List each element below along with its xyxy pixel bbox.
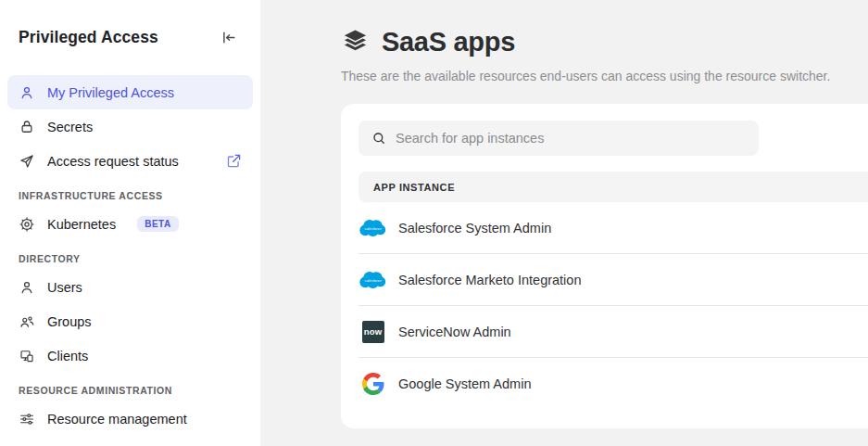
sidebar-item-resource-management[interactable]: Resource management	[7, 401, 253, 436]
sidebar-item-label: Users	[47, 280, 82, 295]
table-row[interactable]: salesforce Salesforce System Admin	[359, 202, 868, 254]
sidebar-item-secrets[interactable]: Secrets	[7, 109, 253, 144]
app-instances-card: APP INSTANCE salesforce Salesforce Syste…	[341, 104, 868, 428]
section-directory: DIRECTORY	[7, 241, 253, 270]
sidebar-item-clients[interactable]: Clients	[7, 338, 253, 373]
sidebar-item-label: Clients	[47, 349, 88, 363]
page-title-row: SaaS apps	[341, 24, 868, 59]
table-row[interactable]: now ServiceNow Admin	[359, 306, 868, 358]
section-infrastructure-access: INFRASTRUCTURE ACCESS	[7, 178, 253, 207]
sidebar-item-label: Access request status	[47, 154, 179, 169]
gear-icon	[19, 216, 35, 233]
salesforce-logo-icon: salesforce	[359, 270, 387, 290]
devices-icon	[19, 348, 35, 364]
sidebar-item-access-request-status[interactable]: Access request status	[7, 144, 253, 178]
group-icon	[19, 313, 35, 330]
page-title: SaaS apps	[382, 27, 515, 57]
sidebar-item-groups[interactable]: Groups	[7, 304, 253, 338]
search-box[interactable]	[359, 121, 759, 156]
sidebar-item-label: Secrets	[47, 120, 93, 134]
sidebar-item-label: My Privileged Access	[47, 85, 174, 100]
collapse-sidebar-button[interactable]	[220, 30, 236, 45]
svg-text:salesforce: salesforce	[364, 278, 382, 283]
table-row[interactable]: Google System Admin	[359, 358, 868, 410]
table-header-app-instance: APP INSTANCE	[359, 172, 868, 202]
google-logo-icon	[359, 373, 387, 395]
app-instance-list: salesforce Salesforce System Admin sales…	[359, 202, 868, 410]
lock-icon	[19, 119, 35, 135]
sidebar-item-label: Resource management	[47, 412, 187, 427]
sidebar-item-users[interactable]: Users	[7, 270, 253, 304]
sidebar-header: Privileged Access	[0, 0, 260, 47]
user-icon	[19, 84, 35, 101]
main-content: SaaS apps These are the available resour…	[260, 0, 868, 446]
table-row[interactable]: salesforce Salesforce Marketo Integratio…	[359, 254, 868, 306]
layers-icon	[341, 28, 370, 57]
sliders-icon	[19, 411, 35, 427]
search-input[interactable]	[396, 131, 746, 146]
user-icon	[19, 279, 35, 296]
app-instance-label: Google System Admin	[398, 376, 531, 391]
collapse-left-icon	[220, 30, 236, 45]
sidebar: Privileged Access My Privileged Access S…	[0, 0, 260, 446]
beta-badge: BETA	[137, 216, 178, 232]
section-resource-administration: RESOURCE ADMINISTRATION	[7, 373, 253, 401]
app-instance-label: Salesforce System Admin	[398, 221, 551, 236]
external-link-icon[interactable]	[226, 153, 242, 169]
sidebar-item-kubernetes[interactable]: Kubernetes BETA	[7, 207, 253, 241]
send-icon	[19, 153, 35, 170]
servicenow-logo-icon: now	[359, 321, 387, 343]
page-subtitle: These are the available resources end-us…	[341, 69, 868, 83]
search-icon	[371, 131, 386, 146]
sidebar-item-my-privileged-access[interactable]: My Privileged Access	[7, 75, 253, 109]
svg-text:salesforce: salesforce	[364, 226, 382, 231]
salesforce-logo-icon: salesforce	[359, 218, 387, 238]
app-instance-label: ServiceNow Admin	[398, 325, 511, 339]
sidebar-nav: My Privileged Access Secrets Access requ…	[0, 75, 260, 436]
sidebar-item-label: Kubernetes	[47, 217, 116, 232]
sidebar-title: Privileged Access	[19, 28, 158, 47]
app-instance-label: Salesforce Marketo Integration	[398, 273, 581, 287]
sidebar-item-label: Groups	[47, 314, 92, 329]
